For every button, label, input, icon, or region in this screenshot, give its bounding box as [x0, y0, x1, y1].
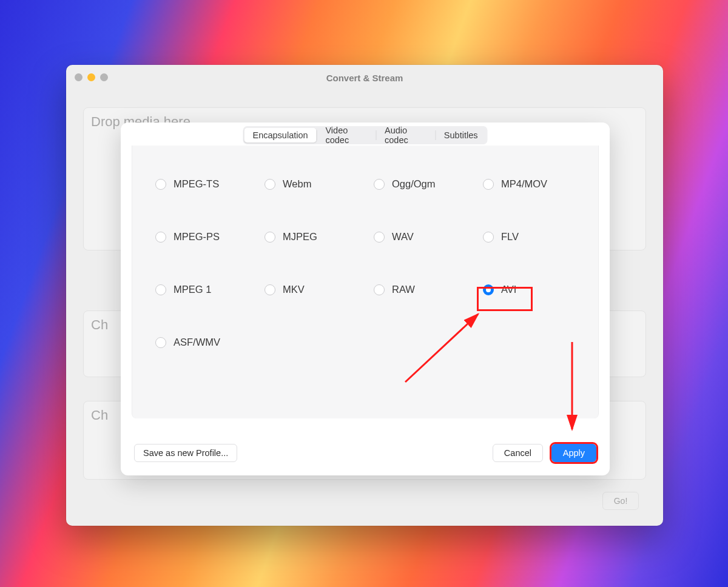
- cancel-button-label: Cancel: [504, 448, 531, 458]
- bg-panel-3-label: Ch: [91, 408, 108, 423]
- radio-label: WAV: [392, 231, 414, 243]
- tab-video-codec[interactable]: Video codec: [317, 123, 376, 147]
- radio-circle-icon: [483, 232, 494, 243]
- radio-wav[interactable]: WAV: [374, 231, 483, 243]
- tab-video-codec-label: Video codec: [325, 126, 349, 145]
- radio-webm[interactable]: Webm: [265, 178, 374, 190]
- minimize-icon[interactable]: [87, 73, 95, 81]
- radio-avi[interactable]: AVI: [483, 284, 592, 295]
- encapsulation-panel: MPEG-TSWebmOgg/OgmMP4/MOVMPEG-PSMJPEGWAV…: [132, 146, 599, 418]
- radio-label: Webm: [283, 178, 311, 190]
- close-icon[interactable]: [75, 73, 83, 81]
- apply-button[interactable]: Apply: [551, 444, 596, 462]
- radio-label: MPEG 1: [174, 284, 211, 295]
- radio-circle-icon: [374, 232, 385, 243]
- radio-circle-icon: [265, 179, 275, 190]
- radio-label: RAW: [392, 284, 415, 295]
- profile-sheet: Encapsulation Video codec Audio codec Su…: [121, 122, 610, 475]
- radio-circle-icon: [374, 284, 385, 295]
- radio-label: MKV: [283, 284, 305, 295]
- radio-mpeg-1[interactable]: MPEG 1: [155, 284, 265, 295]
- radio-label: AVI: [501, 284, 516, 295]
- sheet-tabs: Encapsulation Video codec Audio codec Su…: [243, 126, 488, 144]
- radio-ogg-ogm[interactable]: Ogg/Ogm: [374, 178, 483, 190]
- radio-circle-icon: [265, 232, 275, 243]
- radio-label: ASF/WMV: [174, 337, 220, 348]
- apply-button-label: Apply: [563, 448, 585, 458]
- radio-circle-icon: [265, 284, 275, 295]
- radio-mjpeg[interactable]: MJPEG: [265, 231, 374, 243]
- go-button[interactable]: Go!: [602, 492, 639, 510]
- bg-panel-2-label: Ch: [91, 317, 108, 333]
- radio-mp4-mov[interactable]: MP4/MOV: [483, 178, 592, 190]
- save-as-new-profile-button[interactable]: Save as new Profile...: [134, 444, 237, 462]
- desktop-background: Convert & Stream Drop media here Ch Ch G…: [0, 0, 728, 587]
- radio-circle-icon: [374, 179, 385, 190]
- tab-encapsulation[interactable]: Encapsulation: [244, 128, 317, 143]
- maximize-icon[interactable]: [100, 73, 108, 81]
- radio-circle-icon: [155, 179, 166, 190]
- radio-circle-icon: [155, 232, 166, 243]
- radio-raw[interactable]: RAW: [374, 284, 483, 295]
- radio-mkv[interactable]: MKV: [265, 284, 374, 295]
- radio-label: MPEG-PS: [174, 231, 220, 243]
- radio-label: FLV: [501, 231, 519, 243]
- radio-flv[interactable]: FLV: [483, 231, 592, 243]
- radio-label: MPEG-TS: [174, 178, 219, 190]
- radio-label: MP4/MOV: [501, 178, 547, 190]
- go-button-label: Go!: [614, 496, 628, 506]
- radio-mpeg-ps[interactable]: MPEG-PS: [155, 231, 265, 243]
- save-button-label: Save as new Profile...: [143, 448, 228, 458]
- radio-circle-icon: [483, 284, 494, 295]
- radio-label: MJPEG: [283, 231, 317, 243]
- radio-circle-icon: [155, 337, 166, 348]
- radio-asf-wmv[interactable]: ASF/WMV: [155, 337, 265, 348]
- window-traffic-lights: [75, 73, 108, 81]
- radio-circle-icon: [155, 284, 166, 295]
- convert-stream-window: Convert & Stream Drop media here Ch Ch G…: [66, 65, 663, 526]
- tab-audio-codec[interactable]: Audio codec: [376, 123, 435, 147]
- tab-subtitles-label: Subtitles: [444, 130, 478, 140]
- radio-mpeg-ts[interactable]: MPEG-TS: [155, 178, 265, 190]
- window-titlebar: Convert & Stream: [66, 65, 663, 90]
- tab-encapsulation-label: Encapsulation: [253, 130, 308, 140]
- tab-subtitles[interactable]: Subtitles: [436, 128, 487, 143]
- cancel-button[interactable]: Cancel: [493, 444, 543, 462]
- encapsulation-radio-grid: MPEG-TSWebmOgg/OgmMP4/MOVMPEG-PSMJPEGWAV…: [155, 178, 586, 348]
- radio-circle-icon: [483, 179, 494, 190]
- tab-audio-codec-label: Audio codec: [385, 126, 408, 145]
- window-title: Convert & Stream: [66, 73, 663, 83]
- radio-label: Ogg/Ogm: [392, 178, 436, 190]
